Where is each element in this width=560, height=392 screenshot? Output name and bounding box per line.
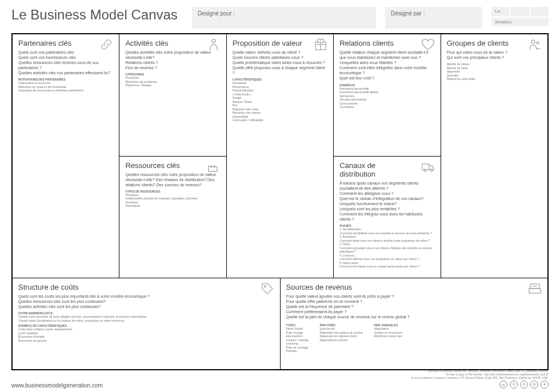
cc-icons: cc ① ⟲ ⊝ ✦ bbox=[411, 381, 549, 389]
canvas: Partenaires clés Quels sont vos partenai… bbox=[11, 33, 549, 370]
customer-segments-block: Groupes de clients Pour qui créez-vous d… bbox=[441, 34, 547, 278]
tag-icon bbox=[259, 282, 275, 295]
footer-url: www.businessmodelgeneration.com bbox=[11, 382, 103, 389]
people-icon bbox=[527, 38, 543, 51]
truck-icon bbox=[420, 160, 436, 174]
key-resources-block: Ressources clés Quelles ressources clés … bbox=[119, 157, 226, 278]
cc-nc-icon: ✦ bbox=[541, 381, 549, 389]
relations-channels-col: Relations clients Quelle relation chaque… bbox=[334, 34, 441, 278]
cc-icon: cc bbox=[499, 381, 507, 389]
factory-icon bbox=[206, 160, 222, 174]
license-text: This work is licensed under the Creative… bbox=[411, 369, 549, 379]
key-partners-block: Partenaires clés Quels sont vos partenai… bbox=[13, 34, 119, 278]
svg-point-5 bbox=[531, 40, 535, 43]
channels-block: Canaux de distribution À travers quels c… bbox=[334, 157, 440, 278]
canvas-top: Partenaires clés Quels sont vos partenai… bbox=[13, 34, 547, 278]
svg-rect-9 bbox=[529, 289, 541, 293]
cost-structure-block: Structure de coûts Quels sont les coûts … bbox=[13, 278, 281, 369]
svg-point-4 bbox=[430, 169, 433, 171]
link-icon bbox=[98, 38, 114, 51]
designed-by-field[interactable]: Désigné par : bbox=[385, 7, 482, 29]
cc-nd-icon: ⊝ bbox=[530, 381, 538, 389]
customer-relations-block: Relations clients Quelle relation chaque… bbox=[334, 34, 440, 157]
designed-for-field[interactable]: Designé pour : bbox=[192, 7, 376, 29]
svg-point-0 bbox=[212, 39, 215, 43]
iteration-field[interactable]: Itération: bbox=[491, 18, 549, 26]
cc-sa-icon: ⟲ bbox=[520, 381, 528, 389]
svg-point-3 bbox=[424, 169, 426, 171]
value-proposition-block: Proposition de valeur Quelle valeur déli… bbox=[227, 34, 334, 278]
svg-point-7 bbox=[264, 286, 266, 287]
extra-field[interactable] bbox=[530, 7, 549, 17]
page-title: Le Business Model Canvas bbox=[11, 7, 183, 23]
cc-by-icon: ① bbox=[510, 381, 518, 389]
meta-fields: Le: Itération: bbox=[491, 7, 549, 26]
activities-resources-col: Activités clés Quelles activités clés vo… bbox=[119, 34, 226, 278]
key-activities-block: Activités clés Quelles activités clés vo… bbox=[119, 34, 226, 157]
header: Le Business Model Canvas Designé pour : … bbox=[0, 0, 560, 33]
person-icon bbox=[206, 38, 222, 51]
revenue-streams-block: Sources de revenus Pour quelle valeur aj… bbox=[281, 278, 548, 369]
block-questions: Quels sont vos partenaires clés Quels so… bbox=[18, 50, 113, 75]
svg-point-6 bbox=[537, 42, 539, 44]
date-field[interactable]: Le: bbox=[491, 7, 510, 17]
canvas-bottom: Structure de coûts Quels sont les coûts … bbox=[13, 278, 547, 369]
footer: www.businessmodelgeneration.com This wor… bbox=[11, 369, 549, 389]
gift-icon bbox=[313, 38, 329, 51]
heart-icon bbox=[420, 38, 436, 51]
cash-register-icon bbox=[527, 282, 543, 295]
version-field[interactable] bbox=[511, 7, 529, 17]
